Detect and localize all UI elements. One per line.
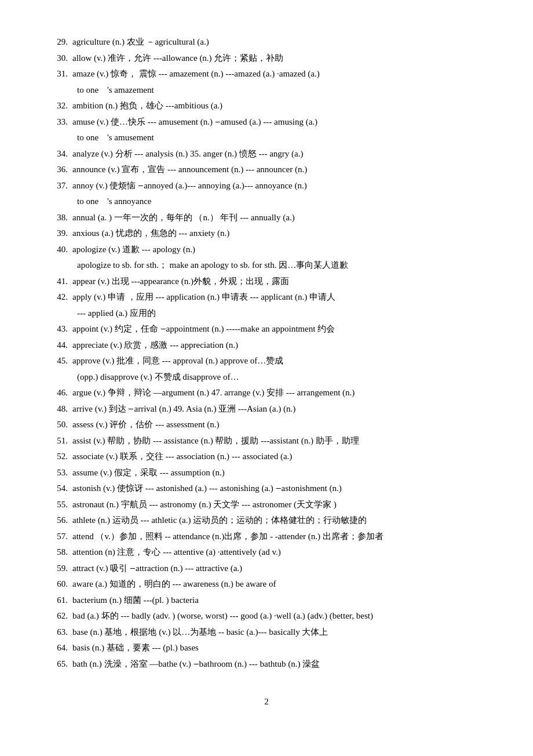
- entry-number: 31.: [46, 67, 72, 82]
- table-row: 50.assess (v.) 评价，估价 --- assessment (n.): [46, 417, 487, 432]
- entry-text: allow (v.) 准许，允许 ---allowance (n.) 允许；紧贴…: [72, 51, 487, 66]
- table-row: 48.arrive (v.) 到达 ‒arrival (n.) 49. Asia…: [46, 402, 487, 417]
- table-row: 57.attend （v.）参加，照料 -- attendance (n.)出席…: [46, 529, 487, 544]
- entry-number: 34.: [46, 147, 72, 162]
- entry-text: assist (v.) 帮助，协助 --- assistance (n.) 帮助…: [72, 434, 487, 449]
- table-row: 45.approve (v.) 批准，同意 --- approval (n.) …: [46, 354, 487, 369]
- entry-text: attention (n) 注意，专心 --- attentive (a) ·a…: [72, 545, 487, 560]
- entry-text: approve (v.) 批准，同意 --- approval (n.) app…: [72, 354, 487, 369]
- entry-number: 51.: [46, 434, 72, 449]
- entry-number: 62.: [46, 609, 72, 624]
- entry-text: amuse (v.) 使…快乐 --- amusement (n.) ‒amus…: [72, 115, 487, 130]
- entry-number: 30.: [46, 51, 72, 66]
- table-row: 58.attention (n) 注意，专心 --- attentive (a)…: [46, 545, 487, 560]
- entry-text: associate (v.) 联系，交往 --- association (n.…: [72, 449, 487, 464]
- table-row: 46.argue (v.) 争辩，辩论 —argument (n.) 47. a…: [46, 386, 487, 401]
- indent-line: (opp.) disapprove (v.) 不赞成 disapprove of…: [46, 370, 487, 385]
- table-row: 51.assist (v.) 帮助，协助 --- assistance (n.)…: [46, 434, 487, 449]
- table-row: 31.amaze (v.) 惊奇， 震惊 --- amazement (n.) …: [46, 67, 487, 82]
- entry-number: 63.: [46, 625, 72, 640]
- entry-text: appoint (v.) 约定，任命 ‒appointment (n.) ---…: [72, 322, 487, 337]
- entry-number: 61.: [46, 593, 72, 608]
- entry-number: 48.: [46, 402, 72, 417]
- table-row: 53.assume (v.) 假定，采取 --- assumption (n.): [46, 466, 487, 481]
- entry-text: amaze (v.) 惊奇， 震惊 --- amazement (n.) ---…: [72, 67, 487, 82]
- table-row: 59.attract (v.) 吸引 ‒attraction (n.) --- …: [46, 561, 487, 576]
- entry-text: base (n.) 基地，根据地 (v.) 以…为基地 -- basic (a.…: [72, 625, 487, 640]
- table-row: 64.basis (n.) 基础，要素 --- (pl.) bases: [46, 641, 487, 656]
- entry-text: attract (v.) 吸引 ‒attraction (n.) --- att…: [72, 561, 487, 576]
- entry-number: 29.: [46, 35, 72, 50]
- table-row: 33.amuse (v.) 使…快乐 --- amusement (n.) ‒a…: [46, 115, 487, 130]
- indent-line: to one 's amusement: [46, 130, 487, 146]
- table-row: 38.annual (a. ) 一年一次的，每年的 （n.） 年刊 --- an…: [46, 210, 487, 226]
- table-row: 41.appear (v.) 出现 ---appearance (n.)外貌，外…: [46, 274, 487, 289]
- indent-line: --- applied (a.) 应用的: [46, 306, 487, 321]
- entry-number: 65.: [46, 657, 72, 672]
- entry-text: bad (a.) 坏的 --- badly (adv. ) (worse, wo…: [72, 609, 487, 624]
- entry-number: 41.: [46, 274, 72, 289]
- table-row: 56.athlete (n.) 运动员 --- athletic (a.) 运动…: [46, 513, 487, 528]
- entry-number: 46.: [46, 386, 72, 401]
- entry-text: apologize (v.) 道歉 --- apology (n.): [72, 242, 487, 257]
- table-row: 44.appreciate (v.) 欣赏，感激 --- appreciatio…: [46, 338, 487, 353]
- entry-number: 32.: [46, 99, 72, 114]
- entry-text: argue (v.) 争辩，辩论 —argument (n.) 47. arra…: [72, 386, 487, 401]
- entry-number: 52.: [46, 449, 72, 464]
- indent-line: apologize to sb. for sth.； make an apolo…: [46, 258, 487, 273]
- entry-text: analyze (v.) 分析 --- analysis (n.) 35. an…: [72, 147, 487, 162]
- entry-text: anxious (a.) 忧虑的，焦急的 --- anxiety (n.): [72, 226, 487, 241]
- entry-text: agriculture (n.) 农业 －agricultural (a.): [72, 35, 487, 50]
- entry-number: 45.: [46, 354, 72, 369]
- table-row: 32.ambition (n.) 抱负，雄心 ---ambitious (a.): [46, 99, 487, 114]
- entry-text: assess (v.) 评价，估价 --- assessment (n.): [72, 417, 487, 432]
- entry-text: bacterium (n.) 细菌 ---(pl. ) bacteria: [72, 593, 487, 608]
- entry-number: 55.: [46, 497, 72, 513]
- entry-text: apply (v.) 申请 ，应用 --- application (n.) 申…: [72, 290, 487, 305]
- table-row: 34.analyze (v.) 分析 --- analysis (n.) 35.…: [46, 147, 487, 162]
- entry-text: ambition (n.) 抱负，雄心 ---ambitious (a.): [72, 99, 487, 114]
- table-row: 54.astonish (v.) 使惊讶 --- astonished (a.)…: [46, 481, 487, 496]
- entry-number: 56.: [46, 513, 72, 528]
- entry-text: aware (a.) 知道的，明白的 --- awareness (n.) be…: [72, 577, 487, 592]
- table-row: 36.announce (v.) 宣布，宣告 --- announcement …: [46, 162, 487, 177]
- entry-number: 57.: [46, 529, 72, 544]
- entry-text: attend （v.）参加，照料 -- attendance (n.)出席，参加…: [72, 529, 487, 544]
- table-row: 63.base (n.) 基地，根据地 (v.) 以…为基地 -- basic …: [46, 625, 487, 640]
- entry-text: astonish (v.) 使惊讶 --- astonished (a.) --…: [72, 481, 487, 496]
- table-row: 42.apply (v.) 申请 ，应用 --- application (n.…: [46, 290, 487, 305]
- entry-number: 37.: [46, 179, 72, 194]
- entry-text: bath (n.) 洗澡，浴室 —bathe (v.) ‒bathroom (n…: [72, 657, 487, 672]
- table-row: 40.apologize (v.) 道歉 --- apology (n.): [46, 242, 487, 257]
- entry-number: 39.: [46, 226, 72, 241]
- entry-number: 36.: [46, 162, 72, 177]
- table-row: 39.anxious (a.) 忧虑的，焦急的 --- anxiety (n.): [46, 226, 487, 241]
- entry-text: assume (v.) 假定，采取 --- assumption (n.): [72, 466, 487, 481]
- table-row: 61.bacterium (n.) 细菌 ---(pl. ) bacteria: [46, 593, 487, 608]
- entry-number: 33.: [46, 115, 72, 130]
- table-row: 30.allow (v.) 准许，允许 ---allowance (n.) 允许…: [46, 51, 487, 66]
- indent-line: to one 's annoyance: [46, 194, 487, 209]
- table-row: 43.appoint (v.) 约定，任命 ‒appointment (n.) …: [46, 322, 487, 337]
- entry-number: 38.: [46, 210, 72, 226]
- page-number: 2: [46, 695, 487, 710]
- entry-text: athlete (n.) 运动员 --- athletic (a.) 运动员的；…: [72, 513, 487, 528]
- table-row: 62.bad (a.) 坏的 --- badly (adv. ) (worse,…: [46, 609, 487, 624]
- entry-text: annoy (v.) 使烦恼 ‒annoyed (a.)--- annoying…: [72, 179, 487, 194]
- entry-number: 43.: [46, 322, 72, 337]
- entry-number: 44.: [46, 338, 72, 353]
- entry-text: appear (v.) 出现 ---appearance (n.)外貌，外观；出…: [72, 274, 487, 289]
- entry-number: 42.: [46, 290, 72, 305]
- entry-number: 54.: [46, 481, 72, 496]
- indent-line: to one 's amazement: [46, 83, 487, 98]
- entry-number: 64.: [46, 641, 72, 656]
- entry-number: 40.: [46, 242, 72, 257]
- entry-text: appreciate (v.) 欣赏，感激 --- appreciation (…: [72, 338, 487, 353]
- table-row: 55.astronaut (n.) 宇航员 --- astronomy (n.)…: [46, 497, 487, 513]
- table-row: 52.associate (v.) 联系，交往 --- association …: [46, 449, 487, 464]
- entry-text: announce (v.) 宣布，宣告 --- announcement (n.…: [72, 162, 487, 177]
- entry-number: 60.: [46, 577, 72, 592]
- entry-number: 53.: [46, 466, 72, 481]
- entry-number: 58.: [46, 545, 72, 560]
- entry-text: astronaut (n.) 宇航员 --- astronomy (n.) 天文…: [72, 497, 487, 513]
